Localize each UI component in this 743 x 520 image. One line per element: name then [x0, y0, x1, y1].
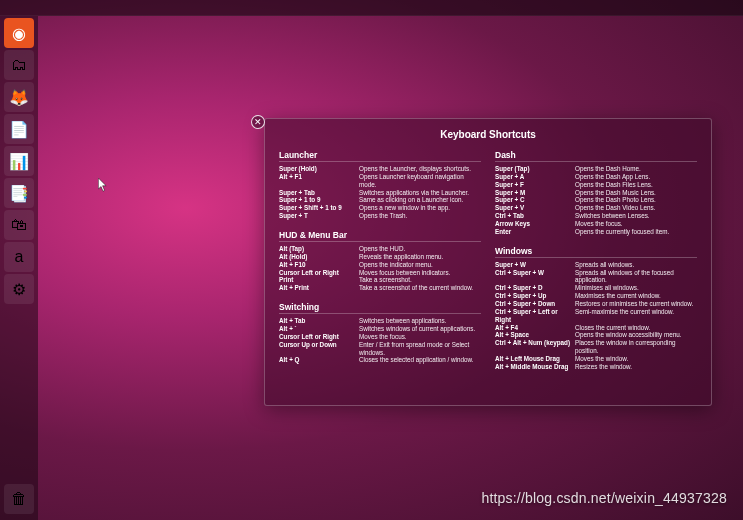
- overlay-title: Keyboard Shortcuts: [279, 129, 697, 140]
- shortcut-desc: Reveals the application menu.: [359, 253, 481, 261]
- shortcut-desc: Switches between applications.: [359, 317, 481, 325]
- shortcut-desc: Opens the Launcher, displays shortcuts.: [359, 165, 481, 173]
- shortcut-key: Print: [279, 276, 355, 284]
- shortcut-key: Cursor Left or Right: [279, 269, 355, 277]
- files-icon[interactable]: 🗂: [4, 50, 34, 80]
- shortcut-row: Alt + `Switches windows of current appli…: [279, 325, 481, 333]
- shortcut-desc: Maximises the current window.: [575, 292, 697, 300]
- shortcut-desc: Moves the focus.: [359, 333, 481, 341]
- section-hud: HUD & Menu Bar Alt (Tap)Opens the HUD.Al…: [279, 230, 481, 292]
- shortcut-key: Super + Shift + 1 to 9: [279, 204, 355, 212]
- software-icon[interactable]: 🛍: [4, 210, 34, 240]
- close-icon[interactable]: ✕: [251, 115, 265, 129]
- shortcut-desc: Opens the window accessibility menu.: [575, 331, 697, 339]
- shortcut-key: Super + Tab: [279, 189, 355, 197]
- shortcut-desc: Opens the Dash App Lens.: [575, 173, 697, 181]
- shortcut-desc: Minimises all windows.: [575, 284, 697, 292]
- section-heading: Dash: [495, 150, 697, 162]
- shortcut-key: Ctrl + Super + Down: [495, 300, 571, 308]
- shortcut-row: Super + MOpens the Dash Music Lens.: [495, 189, 697, 197]
- settings-icon[interactable]: ⚙: [4, 274, 34, 304]
- shortcut-key: Cursor Up or Down: [279, 341, 355, 357]
- amazon-icon[interactable]: a: [4, 242, 34, 272]
- trash-icon[interactable]: 🗑: [4, 484, 34, 514]
- watermark-text: https://blog.csdn.net/weixin_44937328: [481, 490, 727, 506]
- shortcut-row: Super + WSpreads all windows.: [495, 261, 697, 269]
- shortcut-row: Ctrl + Super + DownRestores or minimises…: [495, 300, 697, 308]
- shortcut-row: Super (Hold)Opens the Launcher, displays…: [279, 165, 481, 173]
- shortcut-desc: Spreads all windows of the focused appli…: [575, 269, 697, 285]
- overlay-left-column: Launcher Super (Hold)Opens the Launcher,…: [279, 150, 481, 371]
- shortcut-row: Super + Shift + 1 to 9Opens a new window…: [279, 204, 481, 212]
- shortcut-row: Cursor Left or RightMoves the focus.: [279, 333, 481, 341]
- section-heading: HUD & Menu Bar: [279, 230, 481, 242]
- section-heading: Launcher: [279, 150, 481, 162]
- shortcut-key: Alt + Print: [279, 284, 355, 292]
- shortcut-row: Alt + F4Closes the current window.: [495, 324, 697, 332]
- shortcut-desc: Opens the HUD.: [359, 245, 481, 253]
- launcher-bar: ◉🗂🦊📄📊📑🛍a⚙🗑: [0, 16, 38, 520]
- shortcut-key: Super + A: [495, 173, 571, 181]
- shortcut-desc: Spreads all windows.: [575, 261, 697, 269]
- shortcut-key: Ctrl + Alt + Num (keypad): [495, 339, 571, 355]
- shortcut-row: Alt + Left Mouse DragMoves the window.: [495, 355, 697, 363]
- shortcut-desc: Take a screenshot.: [359, 276, 481, 284]
- shortcut-desc: Opens the Dash Photo Lens.: [575, 196, 697, 204]
- shortcut-row: Alt (Hold)Reveals the application menu.: [279, 253, 481, 261]
- shortcut-row: Super + TabSwitches applications via the…: [279, 189, 481, 197]
- shortcut-key: Alt + `: [279, 325, 355, 333]
- shortcut-desc: Closes the current window.: [575, 324, 697, 332]
- shortcut-row: Arrow KeysMoves the focus.: [495, 220, 697, 228]
- shortcut-row: Super + COpens the Dash Photo Lens.: [495, 196, 697, 204]
- shortcut-row: EnterOpens the currently focused item.: [495, 228, 697, 236]
- shortcut-row: Alt + F10Opens the indicator menu.: [279, 261, 481, 269]
- shortcut-key: Ctrl + Tab: [495, 212, 571, 220]
- shortcut-row: Cursor Up or DownEnter / Exit from sprea…: [279, 341, 481, 357]
- section-heading: Switching: [279, 302, 481, 314]
- shortcut-desc: Switches applications via the Launcher.: [359, 189, 481, 197]
- shortcut-key: Super + T: [279, 212, 355, 220]
- shortcut-desc: Switches between Lenses.: [575, 212, 697, 220]
- top-menu-bar[interactable]: [0, 0, 743, 16]
- shortcut-desc: Opens the Dash Files Lens.: [575, 181, 697, 189]
- shortcut-key: Alt + F10: [279, 261, 355, 269]
- shortcut-desc: Same as clicking on a Launcher icon.: [359, 196, 481, 204]
- shortcut-key: Alt + Left Mouse Drag: [495, 355, 571, 363]
- shortcut-desc: Opens the currently focused item.: [575, 228, 697, 236]
- shortcut-row: Super (Tap)Opens the Dash Home.: [495, 165, 697, 173]
- presentation-icon[interactable]: 📑: [4, 178, 34, 208]
- keyboard-shortcuts-overlay: ✕ Keyboard Shortcuts Launcher Super (Hol…: [264, 118, 712, 406]
- shortcut-key: Ctrl + Super + Up: [495, 292, 571, 300]
- section-dash: Dash Super (Tap)Opens the Dash Home.Supe…: [495, 150, 697, 236]
- shortcut-desc: Opens the Dash Video Lens.: [575, 204, 697, 212]
- shortcut-key: Ctrl + Super + D: [495, 284, 571, 292]
- shortcut-key: Arrow Keys: [495, 220, 571, 228]
- shortcut-key: Cursor Left or Right: [279, 333, 355, 341]
- shortcut-key: Alt + F4: [495, 324, 571, 332]
- shortcut-desc: Restores or minimises the current window…: [575, 300, 697, 308]
- shortcut-key: Alt + F1: [279, 173, 355, 189]
- shortcut-desc: Opens the indicator menu.: [359, 261, 481, 269]
- shortcut-row: Alt (Tap)Opens the HUD.: [279, 245, 481, 253]
- shortcut-desc: Switches windows of current applications…: [359, 325, 481, 333]
- shortcut-row: Ctrl + Super + UpMaximises the current w…: [495, 292, 697, 300]
- overlay-right-column: Dash Super (Tap)Opens the Dash Home.Supe…: [495, 150, 697, 371]
- shortcut-row: Ctrl + Super + Left or RightSemi-maximis…: [495, 308, 697, 324]
- shortcut-desc: Opens the Dash Music Lens.: [575, 189, 697, 197]
- shortcut-desc: Closes the selected application / window…: [359, 356, 481, 364]
- shortcut-desc: Opens Launcher keyboard navigation mode.: [359, 173, 481, 189]
- document-icon[interactable]: 📄: [4, 114, 34, 144]
- shortcut-desc: Moves the focus.: [575, 220, 697, 228]
- calc-icon[interactable]: 📊: [4, 146, 34, 176]
- shortcut-desc: Take a screenshot of the current window.: [359, 284, 481, 292]
- shortcut-key: Ctrl + Super + W: [495, 269, 571, 285]
- shortcut-key: Super + C: [495, 196, 571, 204]
- shortcut-key: Enter: [495, 228, 571, 236]
- ubuntu-icon[interactable]: ◉: [4, 18, 34, 48]
- shortcut-row: Super + FOpens the Dash Files Lens.: [495, 181, 697, 189]
- shortcut-row: Super + 1 to 9Same as clicking on a Laun…: [279, 196, 481, 204]
- section-switching: Switching Alt + TabSwitches between appl…: [279, 302, 481, 364]
- shortcut-key: Super (Hold): [279, 165, 355, 173]
- firefox-icon[interactable]: 🦊: [4, 82, 34, 112]
- shortcut-key: Super + V: [495, 204, 571, 212]
